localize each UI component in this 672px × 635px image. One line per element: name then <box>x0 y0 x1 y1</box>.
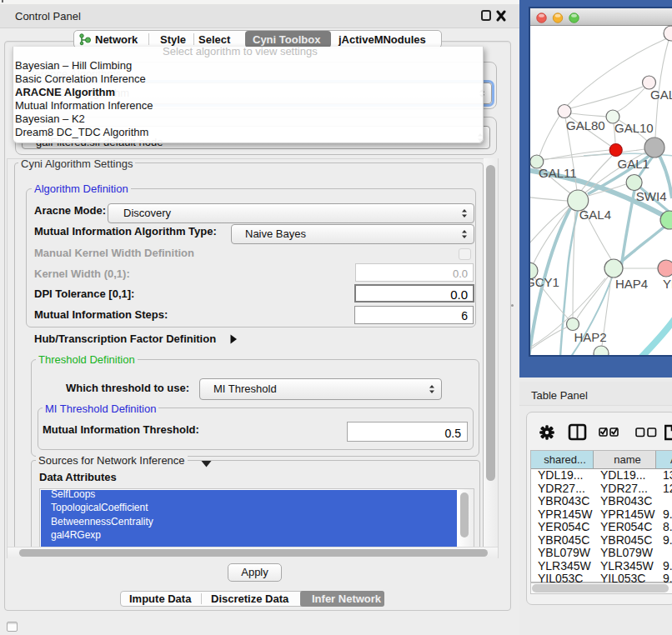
svg-text:GAL10: GAL10 <box>614 121 654 135</box>
svg-text:GAL8: GAL8 <box>650 88 672 102</box>
svg-text:GCY1: GCY1 <box>530 275 559 289</box>
svg-text:GAL4: GAL4 <box>579 208 611 222</box>
svg-text:SWI4: SWI4 <box>636 189 667 203</box>
svg-text:HAP2: HAP2 <box>574 330 607 344</box>
svg-text:HAP4: HAP4 <box>615 277 648 291</box>
svg-text:GAL11: GAL11 <box>539 166 577 180</box>
svg-text:GAL1: GAL1 <box>618 157 649 171</box>
svg-text:GAL80: GAL80 <box>566 118 605 132</box>
svg-text:YM: YM <box>663 277 672 291</box>
